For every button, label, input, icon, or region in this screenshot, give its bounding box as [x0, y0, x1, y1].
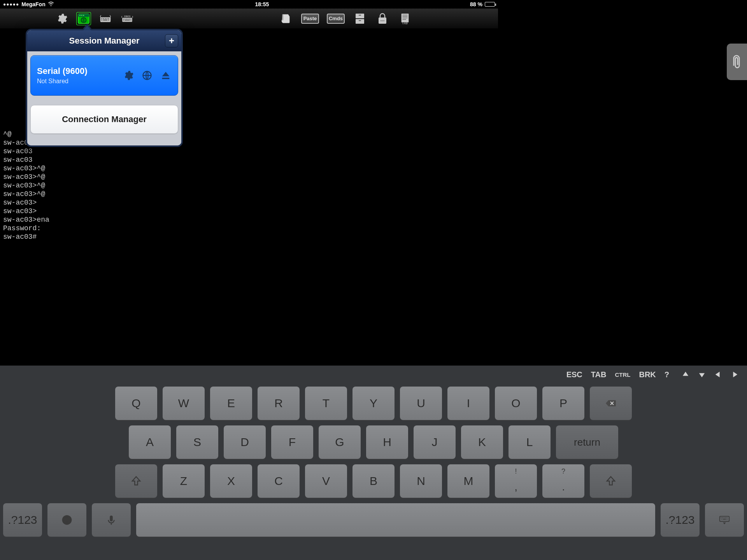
carrier-label: MegaFon — [21, 1, 45, 7]
svg-point-4 — [81, 15, 82, 16]
clock: 18:55 — [255, 1, 269, 7]
svg-rect-28 — [356, 19, 364, 24]
logs-button[interactable]: Logs — [398, 12, 412, 25]
status-bar: ●●●●● MegaFon 18:55 88 % — [0, 0, 498, 9]
svg-rect-15 — [108, 19, 109, 20]
svg-rect-10 — [105, 18, 106, 19]
battery-percent: 88 % — [470, 1, 482, 7]
connection-manager-button[interactable]: Connection Manager — [30, 105, 178, 134]
app-toolbar: CISCO Paste Cmds **** Logs — [0, 9, 498, 29]
keyboard-util-row: ESC TAB CTRL BRK ? — [0, 366, 498, 373]
svg-point-3 — [79, 15, 81, 16]
session-share-button[interactable] — [141, 70, 153, 81]
cmds-button[interactable]: Cmds — [327, 14, 345, 24]
settings-button[interactable] — [54, 12, 69, 25]
add-session-button[interactable]: + — [165, 34, 178, 47]
session-card-serial[interactable]: Serial (9600) Not Shared — [30, 55, 178, 96]
svg-rect-30 — [359, 20, 361, 21]
svg-text:CISCO: CISCO — [124, 15, 131, 17]
svg-rect-23 — [130, 19, 131, 19]
svg-text:Logs: Logs — [402, 22, 408, 24]
svg-rect-18 — [123, 19, 124, 19]
wifi-icon — [48, 1, 54, 8]
archive-button[interactable] — [352, 12, 367, 25]
svg-rect-13 — [101, 19, 102, 20]
popover-header: Session Manager + — [27, 30, 181, 51]
svg-rect-21 — [128, 19, 128, 19]
svg-rect-27 — [356, 14, 364, 18]
svg-rect-9 — [103, 18, 104, 19]
svg-rect-25 — [124, 20, 130, 21]
svg-rect-20 — [126, 19, 127, 19]
session-manager-popover: Session Manager + Serial (9600) Not Shar… — [26, 29, 183, 147]
svg-point-5 — [83, 15, 84, 16]
lock-button[interactable]: **** — [375, 12, 390, 25]
battery-icon — [485, 2, 495, 7]
svg-rect-8 — [101, 18, 102, 19]
session-eject-button[interactable] — [160, 70, 172, 81]
svg-rect-29 — [359, 15, 361, 16]
session-settings-button[interactable] — [123, 70, 134, 81]
svg-point-0 — [51, 5, 51, 6]
svg-rect-19 — [124, 19, 125, 19]
svg-rect-26 — [130, 20, 131, 21]
svg-rect-40 — [162, 78, 170, 79]
paste-button[interactable]: Paste — [301, 14, 319, 24]
popover-title: Session Manager — [69, 36, 140, 46]
keyboard-button[interactable] — [98, 12, 113, 25]
scripts-button[interactable] — [279, 12, 293, 25]
cisco-keyboard-button[interactable]: CISCO — [120, 12, 135, 25]
svg-rect-14 — [103, 19, 107, 20]
session-title: Serial (9600) — [37, 66, 88, 76]
signal-dots-icon: ●●●●● — [3, 2, 19, 7]
onscreen-keyboard: ESC TAB CTRL BRK ? QWERTYUIOP ASDFGHJKLr… — [0, 366, 498, 373]
svg-rect-12 — [108, 18, 109, 19]
svg-rect-24 — [123, 20, 124, 21]
svg-text:****: **** — [381, 20, 385, 23]
session-subtitle: Not Shared — [37, 78, 88, 85]
svg-rect-22 — [129, 19, 130, 19]
svg-rect-11 — [107, 18, 108, 19]
